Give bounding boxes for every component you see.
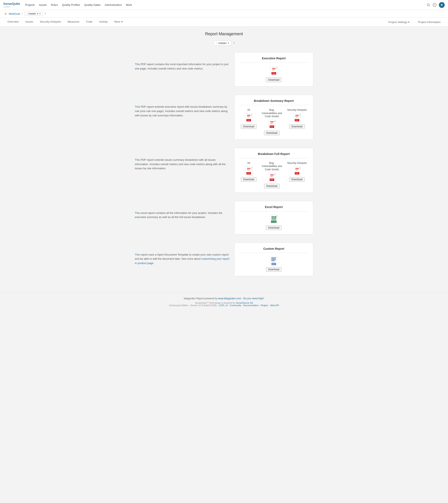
- footer-documentation-link[interactable]: Documentation: [243, 304, 259, 307]
- favorite-icon[interactable]: ★: [4, 12, 7, 16]
- project-tabs-right: Project Settings ▾ Project Information: [385, 18, 444, 26]
- svg-rect-23: [295, 169, 299, 169]
- tab-overview[interactable]: Overview: [4, 18, 22, 26]
- custom-report-description: This report uses a Open Document Templat…: [135, 243, 229, 265]
- executive-download-button[interactable]: Download: [266, 78, 281, 82]
- footer-sonarsource-link[interactable]: SonarSource SA: [236, 302, 253, 304]
- svg-rect-21: [270, 176, 273, 177]
- svg-rect-16: [247, 168, 250, 169]
- breakdown-full-section: This PDF report extends issues summary b…: [135, 148, 313, 193]
- custom-desc-link[interactable]: This: [135, 253, 140, 256]
- breakdown-summary-sh-item: Security Hotspots PDF Download: [287, 109, 307, 135]
- branch-chevron-icon[interactable]: ▾: [39, 13, 41, 15]
- sonarqube-logo[interactable]: SonarQube LATEST: [3, 2, 20, 8]
- nav-quality-profiles[interactable]: Quality Profiles: [62, 2, 80, 7]
- breakdown-summary-section: This PDF report extends executive report…: [135, 95, 313, 140]
- nav-administration[interactable]: Administration: [105, 2, 122, 7]
- svg-rect-6: [272, 70, 275, 70]
- footer-plugins-link[interactable]: Plugins: [261, 304, 268, 307]
- executive-report-box: Executive Report PDF Download: [234, 52, 313, 86]
- tab-code[interactable]: Code: [83, 18, 96, 26]
- breakdown-summary-bvcs-label: Bug, Vulnerabilities and Code Smells: [262, 109, 282, 118]
- branch-help-icon[interactable]: ?: [233, 41, 235, 45]
- executive-report-downloads: PDF Download: [239, 66, 309, 82]
- nav-quality-gates[interactable]: Quality Gates: [84, 2, 101, 7]
- breakdown-full-sh-label: Security Hotspots: [287, 162, 307, 165]
- tab-project-information[interactable]: Project Information: [415, 18, 444, 26]
- tab-measures[interactable]: Measures: [64, 18, 83, 26]
- breakdown-summary-all-download-btn[interactable]: Download: [241, 124, 256, 129]
- breakdown-full-sh-download-btn[interactable]: Download: [289, 177, 305, 182]
- breakdown-summary-bvcs-download-btn[interactable]: Download: [264, 131, 280, 135]
- breakdown-full-all-download-btn[interactable]: Download: [241, 177, 256, 182]
- branch-icon: ⑁: [26, 12, 28, 15]
- svg-rect-10: [270, 121, 273, 122]
- svg-rect-24: [295, 170, 298, 170]
- project-link[interactable]: WebGoat: [9, 12, 20, 15]
- svg-rect-4: [272, 68, 275, 69]
- breakdown-full-desc-link[interactable]: This: [135, 158, 140, 161]
- excel-report-title: Excel Report: [239, 205, 309, 211]
- executive-desc-link[interactable]: This: [135, 63, 140, 66]
- excel-download-button[interactable]: Download: [266, 226, 281, 230]
- footer-bottom: SonarQube™ technology is powered by Sona…: [4, 302, 444, 307]
- project-tabs: Overview Issues Security Hotspots Measur…: [0, 18, 448, 27]
- branch-clear-icon[interactable]: ✕: [37, 13, 39, 15]
- tab-more[interactable]: More ▾: [111, 18, 126, 26]
- nav-more[interactable]: More: [126, 2, 132, 7]
- main-content: Report Management ⑁ master ▾ ? This PDF …: [131, 27, 317, 293]
- branch-select-button[interactable]: ⑁ master ▾: [213, 40, 231, 46]
- footer-bitegarden-link[interactable]: www.bitegarden.com: [218, 297, 241, 300]
- svg-rect-22: [295, 168, 299, 169]
- footer-powered-by: bitegarden Report powered by www.bitegar…: [4, 297, 444, 300]
- breakdown-summary-desc-link[interactable]: This: [135, 105, 140, 108]
- executive-desc-text: PDF report contains the most important i…: [135, 63, 228, 70]
- svg-rect-12: [270, 123, 273, 124]
- footer-webapi-link[interactable]: Web API: [270, 304, 279, 307]
- tab-security-hotspots[interactable]: Security Hotspots: [36, 18, 64, 26]
- project-settings-chevron-icon: ▾: [408, 20, 410, 24]
- excel-desc-link[interactable]: This: [135, 211, 140, 214]
- user-avatar[interactable]: B: [439, 2, 445, 8]
- svg-rect-7: [247, 115, 250, 115]
- excel-report-section: This excel report contains all the infor…: [135, 201, 313, 234]
- footer-community-link[interactable]: Community: [230, 304, 241, 307]
- svg-rect-19: [270, 175, 273, 175]
- breakdown-full-all-label: All: [247, 162, 250, 165]
- svg-rect-17: [247, 169, 250, 169]
- breakdown-summary-sh-download-btn[interactable]: Download: [289, 124, 305, 129]
- svg-line-1: [429, 5, 430, 6]
- custom-report-section: This report uses a Open Document Templat…: [135, 243, 313, 276]
- breakdown-full-all-item: All PDF Download: [241, 162, 256, 188]
- breakdown-summary-bvcs-item: Bug, Vulnerabilities and Code Smells PDF…: [262, 109, 282, 135]
- svg-text:?: ?: [434, 4, 435, 6]
- breakdown-full-description: This PDF report extends issues summary b…: [135, 148, 229, 171]
- custom-download-button[interactable]: Download: [266, 267, 281, 272]
- footer-lgpl-link[interactable]: LGPL v3: [219, 304, 227, 307]
- breakdown-summary-sh-pdf-icon: PDF: [293, 114, 301, 123]
- tab-issues[interactable]: Issues: [22, 18, 36, 26]
- help-button[interactable]: ?: [433, 3, 436, 7]
- nav-projects[interactable]: Projects: [25, 2, 35, 7]
- svg-rect-9: [247, 117, 250, 117]
- breakdown-full-bvcs-download-btn[interactable]: Download: [264, 184, 280, 188]
- search-button[interactable]: [427, 3, 430, 7]
- nav-rules[interactable]: Rules: [51, 2, 58, 7]
- breakdown-full-title: Breakdown Full Report: [239, 152, 309, 158]
- tab-project-settings[interactable]: Project Settings ▾: [385, 18, 413, 26]
- tab-activity[interactable]: Activity: [96, 18, 111, 26]
- custom-report-title: Custom Report: [239, 247, 309, 253]
- excel-download-item: XLSX Download: [266, 215, 281, 230]
- breakdown-full-desc-text: PDF report extends issues summary breakd…: [135, 158, 226, 170]
- nav-issues[interactable]: Issues: [39, 2, 47, 7]
- footer-help-link[interactable]: Do you need help?: [243, 297, 264, 300]
- branch-selector[interactable]: ⑁ master ✕ ▾: [24, 12, 43, 16]
- excel-report-description: This excel report contains all the infor…: [135, 201, 229, 220]
- breadcrumb-help-icon[interactable]: ?: [44, 12, 46, 15]
- svg-rect-20: [270, 176, 273, 176]
- breadcrumb-separator: /: [22, 12, 23, 15]
- executive-report-description: This PDF report contains the most import…: [135, 52, 229, 71]
- top-nav-right: ? B: [427, 2, 445, 8]
- top-nav: SonarQube LATEST Projects Issues Rules Q…: [0, 0, 448, 10]
- breakdown-full-bvcs-pdf-icon: PDF: [268, 173, 276, 182]
